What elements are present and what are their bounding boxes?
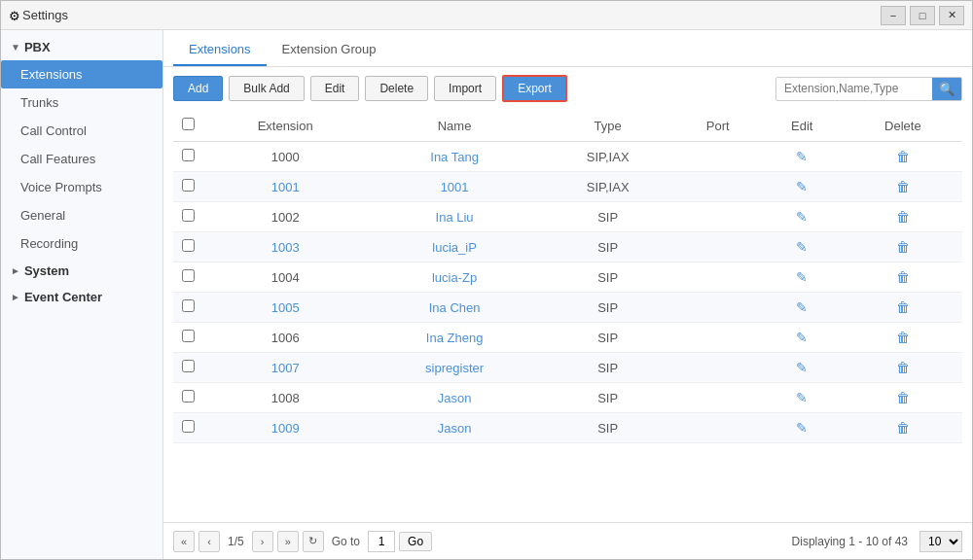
next-page-button[interactable]: › <box>252 531 273 552</box>
minimize-button[interactable]: − <box>881 6 906 25</box>
ext-cell: 1000 <box>202 142 368 172</box>
port-cell <box>675 202 761 232</box>
table-row: 1004lucia-Zp SIP ✎ 🗑 <box>173 262 962 293</box>
search-box: 🔍 <box>775 77 962 101</box>
edit-icon[interactable]: ✎ <box>796 209 808 225</box>
last-page-button[interactable]: » <box>277 531 299 552</box>
per-page-select[interactable]: 10 20 50 <box>919 531 962 552</box>
maximize-button[interactable]: □ <box>910 6 935 25</box>
ext-cell: 1006 <box>202 323 368 353</box>
table-row: 1009Jason SIP ✎ 🗑 <box>173 413 962 443</box>
delete-icon[interactable]: 🗑 <box>896 179 910 194</box>
extensions-table: Extension Name Type Port Edit Delete 100… <box>173 110 962 443</box>
delete-icon[interactable]: 🗑 <box>896 299 910 315</box>
name-cell: 1001 <box>368 172 540 202</box>
row-checkbox[interactable] <box>182 299 195 312</box>
edit-icon[interactable]: ✎ <box>796 179 808 194</box>
name-cell: Ina Zheng <box>368 323 540 353</box>
edit-icon[interactable]: ✎ <box>796 149 808 164</box>
delete-icon[interactable]: 🗑 <box>896 360 910 375</box>
row-checkbox[interactable] <box>182 420 195 433</box>
pbx-arrow-icon: ▼ <box>11 42 20 52</box>
col-extension: Extension <box>202 110 368 142</box>
port-cell <box>675 232 761 262</box>
ext-cell: 1008 <box>202 383 368 413</box>
goto-input[interactable]: 1 <box>368 531 395 552</box>
titlebar-title: Settings <box>22 8 881 22</box>
sidebar-item-voice-prompts[interactable]: Voice Prompts <box>1 173 162 201</box>
row-checkbox[interactable] <box>182 269 195 282</box>
system-label: System <box>24 263 69 278</box>
edit-icon[interactable]: ✎ <box>796 299 808 315</box>
edit-icon[interactable]: ✎ <box>796 420 808 436</box>
refresh-button[interactable]: ↻ <box>303 531 324 552</box>
port-cell <box>675 172 761 202</box>
sidebar-item-call-control[interactable]: Call Control <box>1 117 162 145</box>
edit-icon[interactable]: ✎ <box>796 269 808 285</box>
close-button[interactable]: ✕ <box>939 6 964 25</box>
tab-extension-group[interactable]: Extension Group <box>267 34 392 66</box>
edit-icon[interactable]: ✎ <box>796 360 808 375</box>
sidebar-item-trunks-label: Trunks <box>20 95 58 110</box>
export-button[interactable]: Export <box>502 75 567 102</box>
name-cell: lucia-Zp <box>368 262 540 293</box>
name-cell: Ina Chen <box>368 293 540 323</box>
delete-icon[interactable]: 🗑 <box>896 420 910 436</box>
delete-button[interactable]: Delete <box>365 76 428 101</box>
row-checkbox[interactable] <box>182 209 195 222</box>
sidebar-item-general-label: General <box>20 208 65 223</box>
first-page-button[interactable]: « <box>173 531 195 552</box>
delete-icon[interactable]: 🗑 <box>896 269 910 285</box>
edit-icon[interactable]: ✎ <box>796 330 808 345</box>
type-cell: SIP <box>541 232 675 262</box>
import-button[interactable]: Import <box>434 76 496 101</box>
sidebar-group-pbx[interactable]: ▼ PBX <box>1 34 162 60</box>
bulk-add-button[interactable]: Bulk Add <box>229 76 304 101</box>
table-row: 1006Ina Zheng SIP ✎ 🗑 <box>173 323 962 353</box>
edit-icon[interactable]: ✎ <box>796 239 808 255</box>
sidebar-item-recording[interactable]: Recording <box>1 229 162 258</box>
port-cell <box>675 293 761 323</box>
sidebar: ▼ PBX Extensions Trunks Call Control Cal… <box>1 30 163 559</box>
delete-icon[interactable]: 🗑 <box>896 239 910 255</box>
delete-icon[interactable]: 🗑 <box>896 330 910 345</box>
sidebar-item-general[interactable]: General <box>1 201 162 229</box>
port-cell <box>675 383 761 413</box>
prev-page-button[interactable]: ‹ <box>198 531 220 552</box>
delete-icon[interactable]: 🗑 <box>896 149 910 164</box>
name-cell: Jason <box>368 413 540 443</box>
event-center-label: Event Center <box>24 290 102 304</box>
delete-icon[interactable]: 🗑 <box>896 209 910 225</box>
sidebar-item-call-control-label: Call Control <box>20 123 87 138</box>
sidebar-item-call-features[interactable]: Call Features <box>1 145 162 173</box>
edit-button[interactable]: Edit <box>310 76 360 101</box>
select-all-checkbox[interactable] <box>182 118 195 130</box>
sidebar-item-trunks[interactable]: Trunks <box>1 88 162 117</box>
row-checkbox[interactable] <box>182 149 195 161</box>
search-button[interactable]: 🔍 <box>932 78 961 100</box>
tab-extensions[interactable]: Extensions <box>173 34 267 66</box>
type-cell: SIP <box>541 353 675 383</box>
row-checkbox[interactable] <box>182 239 195 252</box>
type-cell: SIP,IAX <box>541 172 675 202</box>
row-checkbox[interactable] <box>182 330 195 342</box>
sidebar-group-event-center[interactable]: ► Event Center <box>1 284 162 310</box>
row-checkbox[interactable] <box>182 179 195 192</box>
add-button[interactable]: Add <box>173 76 223 101</box>
search-input[interactable] <box>776 78 932 99</box>
goto-label: Go to <box>332 535 360 548</box>
row-checkbox[interactable] <box>182 360 195 372</box>
type-cell: SIP,IAX <box>541 142 675 172</box>
event-center-arrow-icon: ► <box>11 292 20 302</box>
table-row: 1003lucia_iP SIP ✎ 🗑 <box>173 232 962 262</box>
row-checkbox[interactable] <box>182 390 195 402</box>
name-cell: lucia_iP <box>368 232 540 262</box>
delete-icon[interactable]: 🗑 <box>896 390 910 405</box>
name-cell: sipregister <box>368 353 540 383</box>
port-cell <box>675 262 761 293</box>
go-button[interactable]: Go <box>399 532 432 551</box>
sidebar-item-extensions[interactable]: Extensions <box>1 60 162 88</box>
table-row: 10011001 SIP,IAX ✎ 🗑 <box>173 172 962 202</box>
edit-icon[interactable]: ✎ <box>796 390 808 405</box>
sidebar-group-system[interactable]: ► System <box>1 258 162 284</box>
